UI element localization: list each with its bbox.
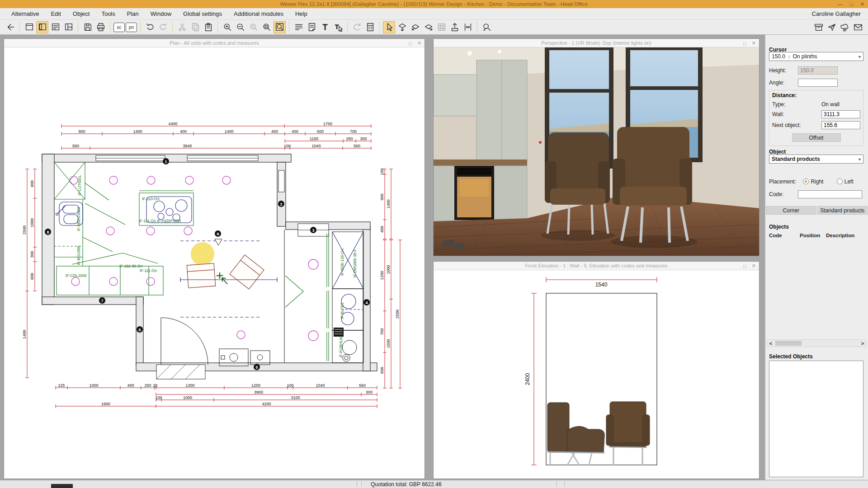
archive-button[interactable] (812, 21, 825, 33)
plan-canvas[interactable]: 4400170080014004001400400400600700115025… (4, 47, 425, 479)
chevron-down-icon: ▾ (859, 54, 861, 59)
perspective-maximize-icon[interactable]: □ (743, 41, 746, 46)
menu-object[interactable]: Object (67, 10, 96, 17)
paste-button[interactable] (202, 21, 214, 33)
svg-text:8: 8 (47, 230, 49, 235)
perspective-panel: Perspective - 1 (VR Mode): Day (interior… (433, 38, 760, 256)
svg-text:3900: 3900 (254, 390, 263, 394)
next-object-field[interactable] (821, 121, 860, 129)
svg-text:2: 2 (280, 202, 282, 206)
code-field[interactable] (798, 190, 862, 198)
placement-right-radio[interactable]: Right (803, 178, 823, 185)
pointer-icon (384, 22, 394, 32)
menu-global-settings[interactable]: Global settings (177, 10, 228, 17)
plan-window-button[interactable] (23, 21, 35, 33)
note-button[interactable] (306, 21, 318, 33)
lift-object-button[interactable] (448, 21, 461, 33)
mag-minus-icon (236, 22, 245, 32)
elevation-window-button[interactable] (62, 21, 75, 33)
dim-right-top-inner: 100900400 (380, 168, 387, 239)
item-catalog-button[interactable] (36, 21, 48, 33)
selected-objects-box[interactable] (769, 361, 863, 477)
svg-text:1040: 1040 (316, 383, 325, 388)
win-elev-icon (64, 22, 74, 32)
rotate-object-button[interactable] (409, 21, 421, 33)
svg-text:560: 560 (359, 383, 366, 388)
plan-close-icon[interactable]: ✕ (417, 40, 421, 46)
svg-text:IF-111-OA: IF-111-OA (140, 268, 157, 273)
measure-button[interactable] (481, 21, 493, 33)
select-text-button[interactable] (332, 21, 344, 33)
scroll-left-icon[interactable]: < (767, 341, 774, 346)
push-2-icon (410, 22, 420, 32)
sc-button[interactable]: sc (113, 23, 125, 32)
zoom-out-button[interactable] (234, 21, 246, 33)
back-button[interactable] (4, 21, 16, 33)
print-button[interactable] (94, 21, 107, 33)
perspective-close-icon[interactable]: ✕ (752, 40, 756, 46)
object-type-select[interactable]: Standard products ▾ (769, 155, 863, 164)
svg-text:25: 25 (153, 383, 157, 388)
svg-text:400: 400 (271, 129, 278, 134)
text-button[interactable] (319, 21, 331, 33)
placement-label: Placement: (769, 178, 796, 185)
scrollbar-thumb[interactable] (775, 341, 802, 346)
push-object-button[interactable] (422, 21, 434, 33)
scissors-icon (177, 22, 187, 32)
menu-window[interactable]: Window (145, 10, 177, 17)
undo-button[interactable] (144, 21, 156, 33)
wall-label: Wall: (772, 111, 821, 117)
mail-button[interactable] (852, 21, 864, 33)
elevation-close-icon[interactable]: ✕ (752, 263, 756, 269)
objects-table-body[interactable] (769, 241, 863, 337)
move-object-button[interactable] (396, 21, 408, 33)
perspective-panel-titlebar[interactable]: Perspective - 1 (VR Mode): Day (interior… (434, 39, 759, 47)
maximize-button[interactable]: □ (850, 0, 853, 8)
close-button[interactable]: ✕ (860, 0, 864, 8)
unit-list-button[interactable] (49, 21, 61, 33)
elevation-panel-titlebar[interactable]: Front Elevation - 1 : Wall - 9, Elevatio… (434, 262, 759, 270)
window-controls: — □ ✕ (838, 0, 864, 8)
pn-button[interactable]: pn (126, 23, 137, 32)
perspective-render[interactable] (434, 47, 759, 256)
zoom-in-button[interactable] (221, 21, 233, 33)
dim-top-2: 80014004001400400400600700 (61, 129, 371, 136)
minimize-button[interactable]: — (838, 0, 843, 8)
stand-products-button[interactable]: Standard products (817, 206, 868, 215)
zoom-window-button[interactable] (260, 21, 273, 33)
mag-page-icon (275, 22, 285, 32)
menu-additional-modules[interactable]: Additional modules (228, 10, 289, 17)
placement-left-radio[interactable]: Left (837, 178, 854, 185)
cursor-mode-select[interactable]: 150.0 ↑ On plinths ▾ (769, 52, 863, 61)
plan-maximize-icon[interactable]: □ (409, 41, 412, 46)
menu-edit[interactable]: Edit (45, 10, 66, 17)
menu-help[interactable]: Help (289, 10, 313, 17)
corner-button[interactable]: Corner (766, 206, 816, 215)
menu-tools[interactable]: Tools (95, 10, 121, 17)
distance-type-row: Type: On wall (772, 101, 860, 108)
spread-objects-button[interactable] (462, 21, 474, 33)
svg-text:1400: 1400 (22, 330, 27, 339)
svg-text:IF-POBHL60: IF-POBHL60 (339, 335, 343, 357)
elevation-canvas[interactable]: 1540 2400 (434, 270, 759, 479)
elevation-maximize-icon[interactable]: □ (743, 263, 746, 269)
calculate-button[interactable] (364, 21, 376, 33)
send-button[interactable] (826, 21, 838, 33)
menu-plan[interactable]: Plan (121, 10, 145, 17)
scroll-right-icon[interactable]: > (859, 341, 866, 346)
save-button[interactable] (81, 21, 94, 33)
pointer-button[interactable] (383, 21, 395, 33)
toolbar-separator (347, 22, 348, 33)
menu-alternative[interactable]: Alternative (5, 10, 45, 17)
svg-text:1000: 1000 (89, 383, 98, 388)
objects-h-scrollbar[interactable]: < > (767, 339, 867, 347)
wall-distance-field[interactable] (821, 110, 860, 118)
undo-icon (145, 22, 155, 32)
mag-1-icon (249, 22, 259, 32)
view-text-button[interactable] (292, 21, 305, 33)
offset-button[interactable]: Offset (792, 133, 841, 142)
zoom-all-button[interactable] (274, 21, 286, 33)
plan-panel-titlebar[interactable]: Plan - All units with codes and measures… (4, 39, 425, 47)
angle-field[interactable] (798, 79, 838, 87)
cloud-print-button[interactable] (839, 21, 851, 33)
